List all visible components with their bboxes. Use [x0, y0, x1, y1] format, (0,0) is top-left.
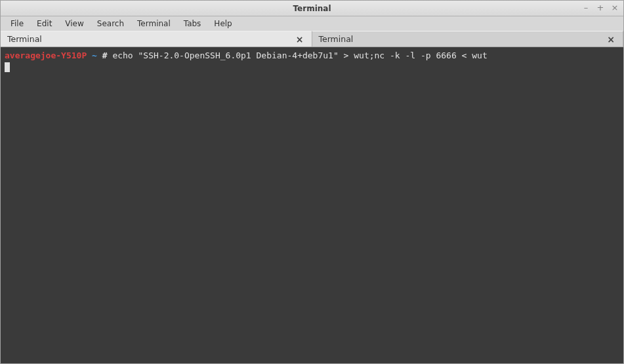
- close-button[interactable]: ×: [610, 3, 619, 12]
- window-controls: – + ×: [581, 3, 619, 12]
- minimize-button[interactable]: –: [581, 3, 591, 12]
- tabbar: Terminal × Terminal ×: [1, 31, 623, 47]
- titlebar[interactable]: Terminal – + ×: [1, 1, 623, 16]
- menu-edit[interactable]: Edit: [31, 18, 58, 30]
- command-text: echo "SSH-2.0-OpenSSH_6.0p1 Debian-4+deb…: [112, 51, 487, 60]
- menu-tabs[interactable]: Tabs: [178, 18, 207, 30]
- close-icon[interactable]: ×: [606, 34, 616, 45]
- tab-label: Terminal: [7, 34, 42, 44]
- cursor-icon: [5, 62, 10, 72]
- tab-label: Terminal: [319, 34, 354, 44]
- menu-terminal[interactable]: Terminal: [131, 18, 177, 30]
- menu-view[interactable]: View: [59, 18, 89, 30]
- close-icon[interactable]: ×: [295, 34, 305, 45]
- terminal-window: Terminal – + × File Edit View Search Ter…: [0, 0, 624, 364]
- window-title: Terminal: [293, 4, 331, 13]
- menubar: File Edit View Search Terminal Tabs Help: [1, 16, 623, 31]
- prompt-symbol: #: [102, 51, 108, 60]
- terminal-viewport[interactable]: averagejoe-Y510P ~ # echo "SSH-2.0-OpenS…: [1, 47, 623, 363]
- maximize-button[interactable]: +: [596, 3, 605, 12]
- menu-help[interactable]: Help: [208, 18, 238, 30]
- tab-terminal-2[interactable]: Terminal ×: [312, 31, 624, 47]
- prompt-hostname: averagejoe-Y510P: [5, 51, 87, 60]
- menu-search[interactable]: Search: [91, 18, 130, 30]
- tab-terminal-1[interactable]: Terminal ×: [1, 31, 312, 47]
- prompt-path: ~: [92, 51, 97, 60]
- menu-file[interactable]: File: [5, 18, 30, 30]
